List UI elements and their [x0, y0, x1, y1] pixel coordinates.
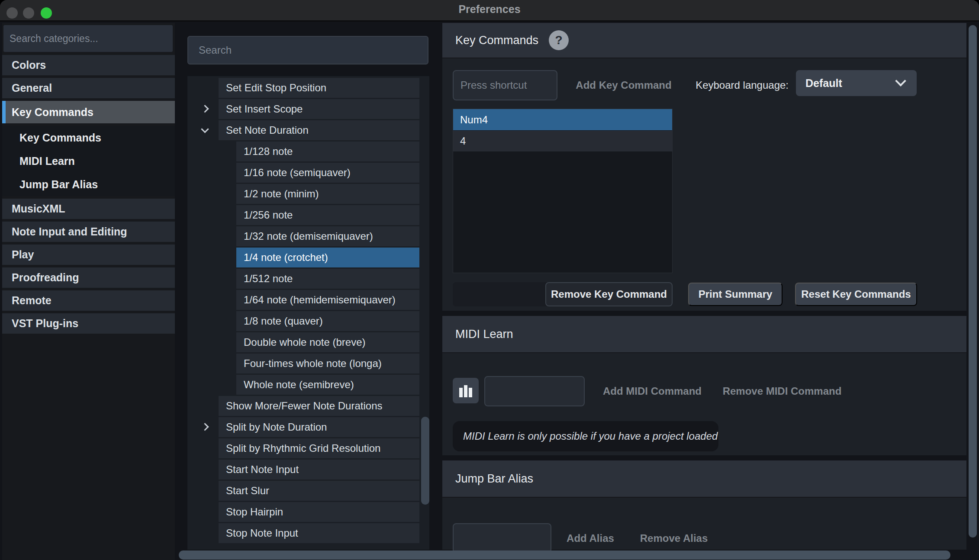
sidebar-item-general[interactable]: General	[2, 78, 175, 98]
tree-row[interactable]: Split by Rhythmic Grid Resolution	[219, 438, 419, 458]
sidebar-subitem-key-commands[interactable]: Key Commands	[2, 126, 175, 149]
help-icon[interactable]: ?	[549, 30, 569, 50]
tree-row[interactable]: Start Note Input	[219, 460, 419, 480]
press-shortcut-input[interactable]	[453, 70, 557, 100]
tree-row[interactable]: Double whole note (breve)	[236, 332, 419, 352]
tree-row[interactable]: Whole note (semibreve)	[236, 375, 419, 395]
alias-input[interactable]	[453, 523, 551, 554]
shortcut-list-footer: Remove Key Command	[453, 282, 673, 306]
chevron-down-icon	[895, 75, 906, 86]
sidebar-item-play[interactable]: Play	[2, 245, 175, 265]
tree-row[interactable]: Split by Note Duration	[219, 417, 419, 437]
preferences-window: Preferences ColorsGeneralKey CommandsKey…	[0, 0, 979, 560]
tree-row[interactable]: 1/64 note (hemidemisemiquaver)	[236, 290, 419, 310]
sidebar-category-list: ColorsGeneralKey CommandsKey CommandsMID…	[2, 55, 175, 336]
key-commands-section: Key Commands ? Add Key Command Keyboard …	[442, 23, 966, 311]
horizontal-scrollbar-thumb[interactable]	[179, 550, 950, 560]
tree-row-label: Split by Note Duration	[219, 421, 327, 433]
window-title: Preferences	[0, 3, 979, 16]
sidebar-item-colors[interactable]: Colors	[2, 55, 175, 75]
midi-command-input[interactable]	[484, 376, 585, 406]
tree-row[interactable]: 1/16 note (semiquaver)	[236, 163, 419, 183]
tree-scrollbar-thumb[interactable]	[421, 417, 429, 505]
keyboard-language-select[interactable]: Default	[796, 70, 917, 96]
tree-row[interactable]: Stop Hairpin	[219, 502, 419, 522]
tree-row[interactable]: 1/4 note (crotchet)	[236, 248, 419, 267]
tree-row[interactable]: Four-times whole note (longa)	[236, 354, 419, 373]
tree-row[interactable]: 1/32 note (demisemiquaver)	[236, 226, 419, 246]
tree-row[interactable]: 1/8 note (quaver)	[236, 311, 419, 331]
keyboard-language-label: Keyboard language:	[646, 70, 789, 100]
tree-row-label: Four-times whole note (longa)	[236, 357, 382, 370]
tree-row-label: 1/8 note (quaver)	[236, 315, 323, 327]
tree-row-label: 1/64 note (hemidemisemiquaver)	[236, 294, 396, 306]
sidebar-item-musicxml[interactable]: MusicXML	[2, 199, 175, 219]
tree-row[interactable]: Set Note Duration	[219, 120, 419, 140]
tree-row[interactable]: 1/2 note (minim)	[236, 184, 419, 204]
chevron-right-icon[interactable]	[201, 105, 209, 113]
jump-bar-alias-section: Jump Bar Alias Add Alias Remove Alias	[442, 460, 966, 550]
midi-learn-section: MIDI Learn Add MIDI Command Remove MIDI …	[442, 316, 966, 455]
sidebar-item-note-input-and-editing[interactable]: Note Input and Editing	[2, 222, 175, 242]
tree-row-label: Show More/Fewer Note Durations	[219, 400, 382, 412]
tree-row[interactable]: Set Edit Stop Position	[219, 78, 419, 98]
jump-bar-alias-header: Jump Bar Alias	[442, 460, 966, 498]
command-tree: Set Edit Stop PositionSet Insert ScopeSe…	[187, 76, 429, 550]
sidebar: ColorsGeneralKey CommandsKey CommandsMID…	[2, 23, 175, 560]
tree-row-label: Whole note (semibreve)	[236, 379, 354, 391]
shortcut-list-item[interactable]: Num4	[453, 109, 672, 131]
print-summary-button[interactable]: Print Summary	[688, 283, 783, 306]
tree-row-label: Start Slur	[219, 485, 269, 497]
tree-row-label: Double whole note (breve)	[236, 336, 366, 348]
sidebar-item-remote[interactable]: Remote	[2, 290, 175, 311]
section-title: Jump Bar Alias	[455, 472, 533, 486]
sidebar-subitem-midi-learn[interactable]: MIDI Learn	[2, 149, 175, 173]
piano-keys-icon	[458, 384, 473, 397]
tree-row[interactable]: 1/256 note	[236, 205, 419, 225]
tree-row-label: Set Insert Scope	[219, 103, 303, 115]
tree-row-label: 1/4 note (crotchet)	[236, 251, 328, 264]
midi-learn-notice: MIDI Learn is only possible if you have …	[453, 421, 718, 451]
shortcut-list: Num44	[453, 109, 673, 273]
tree-row-label: 1/32 note (demisemiquaver)	[236, 230, 373, 242]
key-commands-header: Key Commands ?	[442, 23, 966, 58]
section-title: MIDI Learn	[455, 328, 513, 341]
sidebar-item-key-commands[interactable]: Key Commands	[2, 101, 175, 123]
midi-learn-header: MIDI Learn	[442, 316, 966, 353]
command-search-input[interactable]	[187, 36, 428, 64]
titlebar: Preferences	[0, 0, 979, 22]
tree-row[interactable]: 1/512 note	[236, 269, 419, 289]
tree-row-label: 1/256 note	[236, 209, 293, 221]
chevron-right-icon[interactable]	[201, 423, 209, 431]
keyboard-language-value: Default	[805, 77, 842, 90]
tree-row-label: 1/2 note (minim)	[236, 188, 319, 200]
tree-row[interactable]: Set Insert Scope	[219, 99, 419, 119]
tree-row-label: Stop Note Input	[219, 527, 298, 539]
vertical-scrollbar-thumb[interactable]	[969, 25, 977, 537]
tree-row-label: Stop Hairpin	[219, 506, 283, 518]
tree-row-label: Set Note Duration	[219, 124, 309, 136]
tree-row-label: 1/512 note	[236, 273, 293, 285]
add-midi-command-button[interactable]: Add MIDI Command	[589, 376, 715, 406]
tree-row[interactable]: 1/128 note	[236, 142, 419, 161]
sidebar-item-vst-plug-ins[interactable]: VST Plug-ins	[2, 313, 175, 334]
tree-row-label: 1/128 note	[236, 145, 293, 158]
midi-learn-button[interactable]	[453, 378, 479, 403]
tree-row[interactable]: Stop Note Input	[219, 523, 419, 543]
sidebar-subitem-jump-bar-alias[interactable]: Jump Bar Alias	[2, 173, 175, 196]
tree-row[interactable]: Show More/Fewer Note Durations	[219, 396, 419, 416]
shortcut-list-item[interactable]: 4	[453, 131, 672, 151]
tree-row-label: Split by Rhythmic Grid Resolution	[219, 442, 380, 454]
tree-row-label: 1/16 note (semiquaver)	[236, 167, 351, 179]
add-alias-button[interactable]: Add Alias	[556, 523, 625, 554]
chevron-down-icon[interactable]	[201, 125, 209, 133]
sidebar-item-proofreading[interactable]: Proofreading	[2, 267, 175, 288]
remove-midi-command-button[interactable]: Remove MIDI Command	[715, 376, 849, 406]
sidebar-search-input[interactable]	[3, 25, 173, 52]
tree-row[interactable]: Start Slur	[219, 481, 419, 501]
remove-alias-button[interactable]: Remove Alias	[628, 523, 719, 554]
reset-key-commands-button[interactable]: Reset Key Commands	[795, 283, 917, 306]
midi-learn-notice-text: MIDI Learn is only possible if you have …	[463, 430, 718, 442]
tree-row-label: Start Note Input	[219, 463, 299, 476]
remove-key-command-button[interactable]: Remove Key Command	[545, 282, 673, 306]
